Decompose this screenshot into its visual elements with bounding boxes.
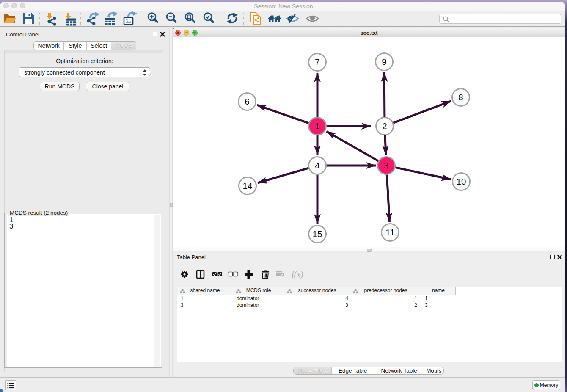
svg-text:1: 1 [315, 121, 319, 131]
svg-text:3: 3 [384, 160, 388, 170]
svg-text:f(x): f(x) [292, 270, 303, 279]
svg-text:4: 4 [315, 160, 319, 170]
svg-text:8: 8 [458, 92, 463, 102]
svg-text:7: 7 [315, 57, 319, 67]
svg-text:10: 10 [457, 177, 466, 186]
svg-text:14: 14 [243, 181, 253, 190]
svg-text:9: 9 [382, 57, 386, 66]
svg-text:2: 2 [382, 121, 387, 131]
svg-text:15: 15 [313, 229, 322, 239]
svg-text:11: 11 [385, 227, 394, 237]
svg-text:6: 6 [245, 97, 249, 106]
